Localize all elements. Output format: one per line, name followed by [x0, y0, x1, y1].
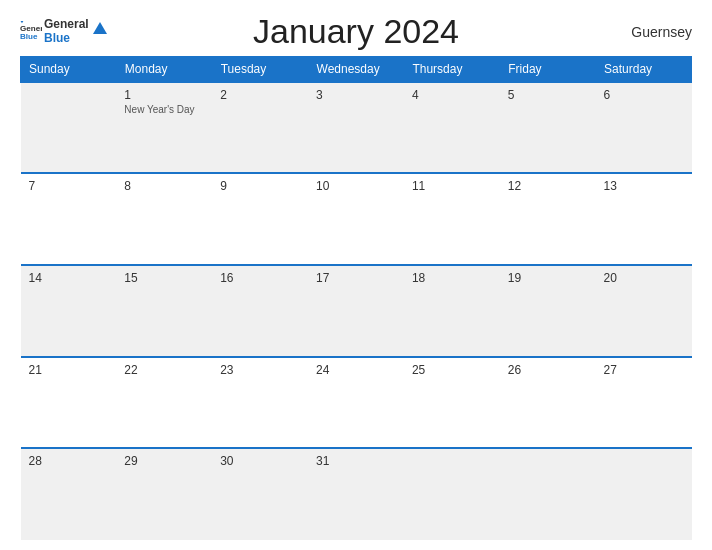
day-number: 10	[316, 179, 396, 193]
day-number: 6	[604, 88, 684, 102]
day-number: 31	[316, 454, 396, 468]
calendar-cell	[21, 82, 117, 174]
day-number: 16	[220, 271, 300, 285]
logo-triangle-icon	[93, 22, 107, 34]
day-number: 3	[316, 88, 396, 102]
svg-marker-2	[21, 21, 24, 23]
calendar-week-row: 28293031	[21, 448, 692, 540]
weekday-header: Wednesday	[308, 56, 404, 82]
calendar-cell: 8	[116, 173, 212, 265]
calendar-cell: 7	[21, 173, 117, 265]
day-number: 28	[29, 454, 109, 468]
calendar-cell: 14	[21, 265, 117, 357]
day-number: 29	[124, 454, 204, 468]
calendar-cell: 20	[596, 265, 692, 357]
calendar-week-row: 78910111213	[21, 173, 692, 265]
day-number: 8	[124, 179, 204, 193]
calendar-cell: 26	[500, 357, 596, 449]
day-number: 11	[412, 179, 492, 193]
calendar-cell: 24	[308, 357, 404, 449]
day-number: 27	[604, 363, 684, 377]
day-number: 22	[124, 363, 204, 377]
calendar-cell: 12	[500, 173, 596, 265]
calendar-cell: 10	[308, 173, 404, 265]
calendar-cell: 25	[404, 357, 500, 449]
weekday-header-row: SundayMondayTuesdayWednesdayThursdayFrid…	[21, 56, 692, 82]
svg-marker-3	[93, 22, 107, 34]
calendar-cell	[404, 448, 500, 540]
svg-text:Blue: Blue	[20, 32, 38, 41]
logo: General Blue General Blue	[20, 18, 107, 46]
calendar-cell: 11	[404, 173, 500, 265]
day-number: 1	[124, 88, 204, 102]
day-number: 7	[29, 179, 109, 193]
day-number: 14	[29, 271, 109, 285]
day-number: 17	[316, 271, 396, 285]
calendar-week-row: 1New Year's Day23456	[21, 82, 692, 174]
calendar-cell: 17	[308, 265, 404, 357]
calendar-cell: 27	[596, 357, 692, 449]
calendar-cell: 28	[21, 448, 117, 540]
calendar-cell: 15	[116, 265, 212, 357]
calendar-cell	[500, 448, 596, 540]
calendar-table: SundayMondayTuesdayWednesdayThursdayFrid…	[20, 56, 692, 540]
calendar-cell: 9	[212, 173, 308, 265]
weekday-header: Tuesday	[212, 56, 308, 82]
day-number: 13	[604, 179, 684, 193]
day-number: 19	[508, 271, 588, 285]
calendar-cell: 21	[21, 357, 117, 449]
day-number: 24	[316, 363, 396, 377]
calendar-cell: 4	[404, 82, 500, 174]
calendar-cell: 6	[596, 82, 692, 174]
calendar-cell: 16	[212, 265, 308, 357]
calendar-cell: 2	[212, 82, 308, 174]
holiday-label: New Year's Day	[124, 104, 204, 115]
weekday-header: Monday	[116, 56, 212, 82]
calendar-cell: 18	[404, 265, 500, 357]
logo-general: General	[44, 18, 89, 32]
day-number: 18	[412, 271, 492, 285]
day-number: 20	[604, 271, 684, 285]
day-number: 25	[412, 363, 492, 377]
calendar-cell: 22	[116, 357, 212, 449]
calendar-cell: 13	[596, 173, 692, 265]
weekday-header: Friday	[500, 56, 596, 82]
calendar-cell: 31	[308, 448, 404, 540]
day-number: 4	[412, 88, 492, 102]
calendar-cell	[596, 448, 692, 540]
day-number: 26	[508, 363, 588, 377]
calendar-cell: 1New Year's Day	[116, 82, 212, 174]
weekday-header: Thursday	[404, 56, 500, 82]
calendar-week-row: 14151617181920	[21, 265, 692, 357]
region-label: Guernsey	[631, 24, 692, 40]
logo-icon: General Blue	[20, 21, 42, 43]
calendar-cell: 30	[212, 448, 308, 540]
calendar-title: January 2024	[253, 12, 459, 51]
calendar-cell: 5	[500, 82, 596, 174]
day-number: 21	[29, 363, 109, 377]
calendar-page: General Blue General Blue January 2024 G…	[0, 0, 712, 550]
calendar-cell: 3	[308, 82, 404, 174]
calendar-cell: 29	[116, 448, 212, 540]
day-number: 9	[220, 179, 300, 193]
weekday-header: Saturday	[596, 56, 692, 82]
logo-blue: Blue	[44, 32, 89, 46]
calendar-cell: 19	[500, 265, 596, 357]
calendar-cell: 23	[212, 357, 308, 449]
day-number: 15	[124, 271, 204, 285]
day-number: 30	[220, 454, 300, 468]
day-number: 5	[508, 88, 588, 102]
day-number: 12	[508, 179, 588, 193]
day-number: 2	[220, 88, 300, 102]
weekday-header: Sunday	[21, 56, 117, 82]
calendar-week-row: 21222324252627	[21, 357, 692, 449]
day-number: 23	[220, 363, 300, 377]
header: General Blue General Blue January 2024 G…	[20, 18, 692, 46]
